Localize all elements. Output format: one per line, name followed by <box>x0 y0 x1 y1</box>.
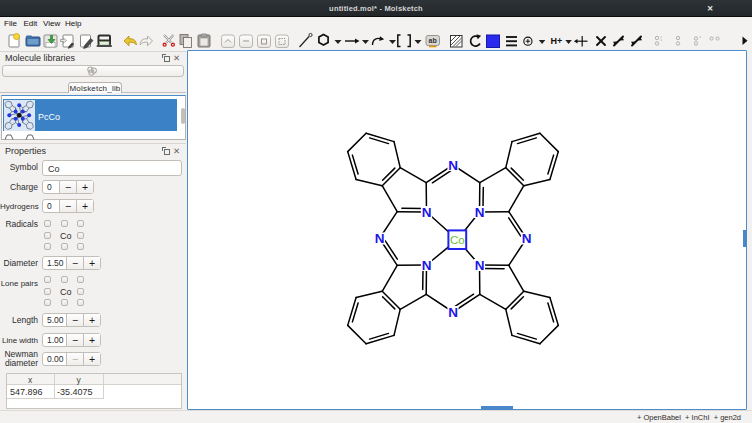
svg-text:Co: Co <box>450 234 465 246</box>
svg-text:N: N <box>522 231 532 246</box>
svg-text:N: N <box>375 231 385 246</box>
svg-text:N: N <box>448 158 458 173</box>
svg-text:N: N <box>448 305 458 320</box>
svg-text:N: N <box>422 205 432 220</box>
svg-text:N: N <box>475 205 485 220</box>
svg-text:N: N <box>475 258 485 273</box>
svg-text:N: N <box>422 258 432 273</box>
